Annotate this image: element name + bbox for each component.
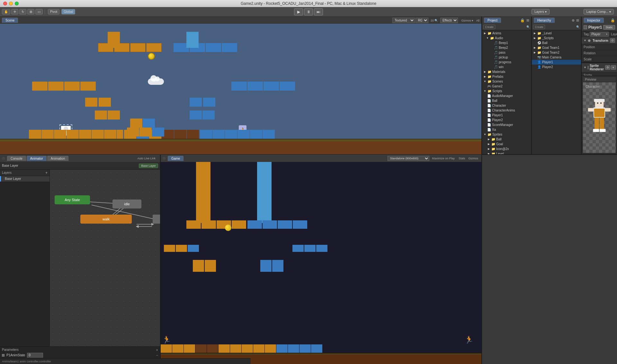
tree-item-pass[interactable]: 🎵 pass — [482, 50, 531, 55]
tree-item-scoremanager[interactable]: 📄 ScoreManager — [482, 122, 531, 127]
pause-button[interactable]: ⏸ — [304, 8, 313, 15]
tree-item-goal[interactable]: ▶📁 Goal — [482, 142, 531, 146]
tree-item-characteranims[interactable]: 📄 CharacterAnims — [482, 108, 531, 113]
pivot-button[interactable]: Pivot — [48, 9, 59, 14]
hier-player2[interactable]: 👤 Player2 — [532, 65, 581, 69]
hier-goal1[interactable]: ▶📁 Goal Team1 — [532, 45, 581, 50]
hier-ball[interactable]: ⚽ Ball — [532, 40, 581, 45]
tree-item-beep1[interactable]: 🎵 Beep1 — [482, 40, 531, 45]
sr-active-check[interactable] — [588, 66, 588, 69]
add-layer-btn[interactable]: + — [45, 171, 48, 175]
scene-tab[interactable]: Scene — [2, 18, 18, 23]
hier-create-btn[interactable]: Create — [533, 25, 545, 29]
layer-group: Layer Player ▾ — [611, 32, 617, 37]
hier-search-icon: 🔍 — [576, 25, 580, 29]
tree-item-progress[interactable]: 🎵 progress — [482, 60, 531, 65]
rgb-select[interactable]: RGB — [416, 18, 428, 23]
fall-state-node[interactable]: fall — [153, 215, 160, 224]
maximize-button[interactable] — [15, 2, 19, 5]
sr-settings-btn[interactable]: ⚙ — [605, 65, 610, 70]
tree-item-character[interactable]: 📄 Character — [482, 103, 531, 108]
platform — [32, 82, 48, 91]
hierarchy-tab[interactable]: Hierarchy — [534, 18, 555, 23]
scale-tool-button[interactable]: ⊞ — [27, 9, 34, 14]
game-gizmos-btn[interactable]: Gizmos — [467, 157, 479, 160]
layers-dropdown[interactable]: Layers ▾ — [532, 9, 550, 14]
resolution-select[interactable]: Standalone (800x600) — [388, 156, 429, 161]
minimize-button[interactable] — [9, 2, 13, 5]
animator-icon[interactable] — [2, 157, 5, 160]
tree-item-beep2[interactable]: 🎵 Beep2 — [482, 45, 531, 50]
view-mode-select[interactable]: Textured — [392, 18, 415, 23]
base-layer-item[interactable]: Base Layer — [0, 176, 49, 182]
transform-header[interactable]: ▼ ⊕ Transform ⚙ — [582, 37, 617, 44]
transform-settings-btn[interactable]: ⚙ — [610, 38, 615, 43]
tree-item-game2[interactable]: 🎮 Game2 — [482, 84, 531, 89]
play-button[interactable]: ▶ — [294, 8, 303, 15]
hier-maincam[interactable]: 📷 Main Camera — [532, 55, 581, 60]
ball — [148, 53, 155, 60]
tree-item-player1[interactable]: 📄 Player1 — [482, 113, 531, 118]
tree-item-prefabs[interactable]: ▶📁 Prefabs — [482, 74, 531, 79]
static-button[interactable]: Static — [603, 25, 615, 30]
obj-active-checkbox[interactable] — [584, 25, 587, 29]
gizmos-btn[interactable]: Gizmos ▾ — [461, 19, 473, 22]
tree-item-materials[interactable]: ▶📁 Materials — [482, 69, 531, 74]
inspector-tab[interactable]: Inspector — [584, 18, 604, 23]
any-state-node[interactable]: Any State — [55, 195, 90, 204]
hier-player1[interactable]: 👤 Player1 — [532, 60, 581, 65]
move-tool-button[interactable]: ✛ — [11, 9, 18, 14]
global-button[interactable]: Global — [61, 9, 75, 14]
inspector-lock-btn[interactable]: 🔒 — [611, 18, 615, 22]
tree-item-sprites[interactable]: ▼📁 Sprites — [482, 132, 531, 137]
comp-dropdown[interactable]: Laptop Comp... ▾ — [584, 9, 614, 14]
hier-goal2[interactable]: ▶📁 Goal Team2 — [532, 50, 581, 55]
project-expand-btn[interactable]: ⊞ — [526, 18, 529, 22]
hierarchy-expand-btn[interactable]: ⊞ — [576, 18, 579, 22]
project-tab[interactable]: Project — [484, 18, 501, 23]
tree-item-win[interactable]: 🎵 win — [482, 65, 531, 69]
transform-buttons: ⚙ — [610, 38, 615, 43]
hier-level[interactable]: ▶📁 _Level — [532, 31, 581, 36]
animation-tab[interactable]: Animation — [47, 156, 68, 161]
game-tab[interactable]: Game — [168, 156, 183, 161]
stats-btn[interactable]: Stats — [457, 157, 467, 160]
tree-item-ballsprite[interactable]: ▶📁 Ball — [482, 137, 531, 142]
hierarchy-icon[interactable]: ⊕ — [572, 18, 575, 22]
tree-item-icon2x[interactable]: ▶📁 Icon@2x — [482, 146, 531, 151]
tree-item-pickup[interactable]: 🎵 pickup — [482, 55, 531, 60]
param-value-input[interactable] — [27, 353, 43, 358]
sr-menu-btn[interactable]: ▾ — [611, 65, 616, 70]
tree-item-audio[interactable]: ▼📁 Audio — [482, 36, 531, 40]
step-button[interactable]: ⏭ — [314, 8, 323, 15]
walk-state-node[interactable]: walk — [80, 215, 132, 224]
tree-item-audiomanager[interactable]: 📄 AudioManager — [482, 93, 531, 98]
hand-tool-button[interactable]: ✋ — [2, 9, 10, 14]
effects-select[interactable]: Effects — [440, 18, 458, 23]
param-delete-btn[interactable]: − — [156, 353, 158, 358]
idle-state-node[interactable]: idle — [112, 200, 141, 209]
tree-item-scenes[interactable]: ▼📁 Scenes — [482, 79, 531, 84]
rect-tool-button[interactable]: ▭ — [35, 9, 43, 14]
platform-blue — [203, 98, 215, 107]
base-layer-btn[interactable]: Base Layer — [139, 164, 158, 168]
maximize-on-play[interactable]: Maximize on Play — [430, 157, 457, 160]
tree-item-player2[interactable]: 📄 Player2 — [482, 118, 531, 122]
tree-item-xa[interactable]: 📄 Xa — [482, 127, 531, 132]
rotate-tool-button[interactable]: ↻ — [19, 9, 26, 14]
create-btn[interactable]: Create — [483, 25, 495, 29]
window-controls[interactable] — [3, 2, 19, 5]
hier-scripts[interactable]: ▶📁 _Scripts — [532, 36, 581, 40]
tag-dropdown[interactable]: Player ▾ — [590, 32, 609, 37]
tree-item-ball[interactable]: 📄 Ball — [482, 98, 531, 103]
console-tab[interactable]: Console — [7, 156, 26, 161]
add-param-btn[interactable]: + — [156, 348, 158, 352]
game-blue-col — [257, 162, 272, 223]
close-button[interactable] — [3, 2, 7, 5]
project-lock-btn[interactable]: 🔒 — [520, 18, 525, 22]
tree-item-scripts[interactable]: ▼📁 Scripts — [482, 89, 531, 93]
sprite-renderer-header[interactable]: ▼ Sprite Renderer ⚙ ▾ — [582, 63, 617, 72]
tree-item-level[interactable]: ▶📁 Level — [482, 151, 531, 154]
animator-tab[interactable]: Animator — [27, 156, 47, 161]
tree-item-anims[interactable]: ▶📁 Anims — [482, 31, 531, 36]
